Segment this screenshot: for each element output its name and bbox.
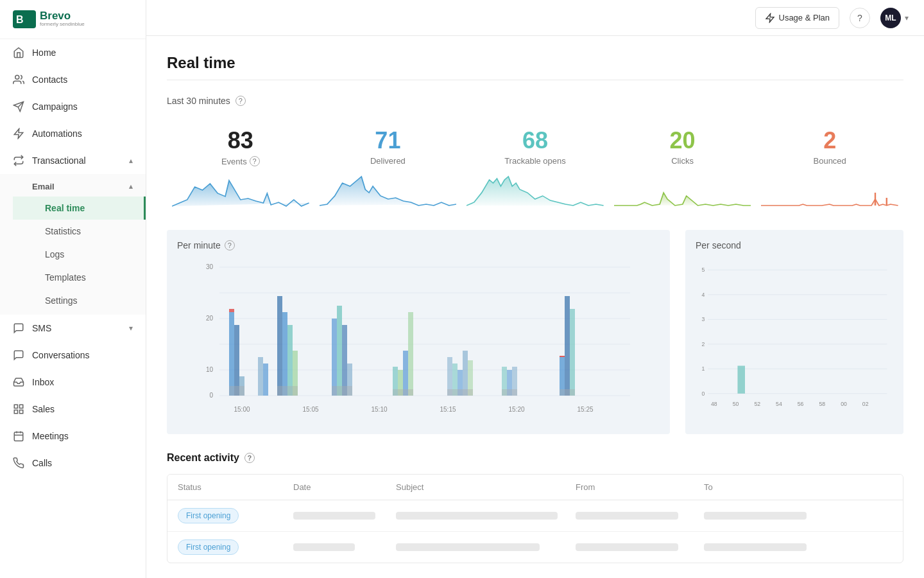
per-minute-help-icon[interactable]: ? xyxy=(225,240,235,250)
row-1-from xyxy=(576,512,704,520)
per-second-title: Per second xyxy=(696,240,893,250)
skeleton-subject-2 xyxy=(396,543,540,551)
svg-rect-38 xyxy=(337,306,342,396)
svg-rect-60 xyxy=(393,389,413,396)
svg-rect-62 xyxy=(502,389,517,396)
sidebar-item-sales[interactable]: Sales xyxy=(0,396,146,423)
svg-text:2: 2 xyxy=(702,341,705,347)
bounced-label: Bounced xyxy=(814,156,846,166)
row-1-subject xyxy=(396,512,576,520)
sidebar-label-transactional: Transactional xyxy=(32,155,86,166)
sidebar-item-sms[interactable]: SMS ▾ xyxy=(0,315,146,342)
svg-text:48: 48 xyxy=(711,401,717,407)
svg-text:00: 00 xyxy=(841,401,847,407)
table-row: First opening xyxy=(167,500,903,532)
svg-rect-59 xyxy=(332,386,352,396)
bounced-value: 2 xyxy=(823,129,836,152)
svg-rect-28 xyxy=(234,325,239,396)
skeleton-subject-1 xyxy=(396,512,558,520)
svg-text:30: 30 xyxy=(206,263,214,270)
svg-rect-27 xyxy=(229,312,234,396)
sidebar-item-templates[interactable]: Templates xyxy=(13,266,146,289)
sidebar-item-meetings[interactable]: Meetings xyxy=(0,423,146,450)
trackable-opens-label: Trackable opens xyxy=(504,156,566,166)
page-divider xyxy=(167,80,903,80)
table-header: Status Date Subject From To xyxy=(167,475,903,500)
recent-activity-help-icon[interactable]: ? xyxy=(244,453,255,463)
stat-delivered: 71 Delivered xyxy=(314,119,462,209)
page-title: Real time xyxy=(167,54,903,72)
avatar-chevron-icon: ▾ xyxy=(905,13,909,22)
lightning-icon xyxy=(765,13,775,23)
svg-rect-32 xyxy=(263,363,268,396)
last-minutes-help-icon[interactable]: ? xyxy=(235,96,246,106)
sidebar-item-inbox[interactable]: Inbox xyxy=(0,369,146,396)
stats-row: 83 Events ? 71 Delivered xyxy=(167,119,903,209)
sidebar-item-campaigns[interactable]: Campaigns xyxy=(0,93,146,120)
sidebar-label-sales: Sales xyxy=(32,404,55,414)
trackable-opens-value: 68 xyxy=(522,129,548,152)
conversations-icon xyxy=(13,349,24,361)
sidebar-item-contacts[interactable]: Contacts xyxy=(0,66,146,93)
svg-text:0: 0 xyxy=(209,392,213,399)
sidebar-label-calls: Calls xyxy=(32,458,52,468)
usage-plan-button[interactable]: Usage & Plan xyxy=(755,7,840,29)
svg-rect-82 xyxy=(737,366,745,394)
stat-clicks: 20 Clicks xyxy=(609,119,757,209)
stat-bounced: 2 Bounced xyxy=(756,119,903,209)
svg-rect-63 xyxy=(560,389,575,396)
svg-rect-9 xyxy=(14,410,17,414)
skeleton-from-1 xyxy=(576,512,678,520)
last-minutes-section: Last 30 minutes ? xyxy=(167,96,903,106)
inbox-icon xyxy=(13,376,24,388)
sidebar-item-conversations[interactable]: Conversations xyxy=(0,342,146,369)
activity-table: Status Date Subject From To First openin… xyxy=(167,474,903,563)
sidebar-item-automations[interactable]: Automations xyxy=(0,120,146,147)
svg-text:0: 0 xyxy=(702,390,705,397)
email-section-header[interactable]: Email ▴ xyxy=(13,177,146,197)
delivered-label: Delivered xyxy=(370,156,406,166)
campaigns-icon xyxy=(13,101,24,112)
transactional-chevron-icon: ▴ xyxy=(129,156,133,165)
svg-rect-37 xyxy=(332,319,337,396)
sidebar-item-transactional[interactable]: Transactional ▴ xyxy=(0,147,146,174)
row-2-to xyxy=(704,543,832,551)
row-2-date xyxy=(293,543,396,551)
svg-rect-10 xyxy=(14,432,23,441)
skeleton-to-1 xyxy=(704,512,807,520)
svg-rect-7 xyxy=(20,405,23,408)
svg-rect-44 xyxy=(408,312,413,396)
svg-text:15:25: 15:25 xyxy=(577,406,593,413)
svg-text:54: 54 xyxy=(776,401,782,407)
delivered-value: 71 xyxy=(375,129,400,152)
sidebar-item-calls[interactable]: Calls xyxy=(0,450,146,477)
sales-icon xyxy=(13,403,24,415)
events-label: Events ? xyxy=(221,156,260,166)
events-value: 83 xyxy=(228,129,253,152)
avatar-button[interactable]: ML ▾ xyxy=(880,8,909,28)
row-2-from xyxy=(576,543,704,551)
sms-chevron-icon: ▾ xyxy=(129,324,133,333)
per-second-svg: 5 4 3 2 1 0 48 50 52 54 56 58 00 02 xyxy=(696,261,893,421)
sidebar: B Brevo formerly sendinblue Home Contact… xyxy=(0,0,146,578)
sidebar-item-settings[interactable]: Settings xyxy=(13,289,146,312)
calls-icon xyxy=(13,457,24,469)
help-button[interactable]: ? xyxy=(850,8,870,28)
sidebar-item-home[interactable]: Home xyxy=(0,39,146,66)
col-subject: Subject xyxy=(396,482,576,492)
sidebar-label-settings: Settings xyxy=(45,295,78,306)
svg-text:15:20: 15:20 xyxy=(508,406,524,413)
sidebar-item-statistics[interactable]: Statistics xyxy=(13,220,146,243)
contacts-icon xyxy=(13,74,24,85)
skeleton-date-1 xyxy=(293,512,375,520)
events-help-icon[interactable]: ? xyxy=(250,156,260,166)
sidebar-item-logs[interactable]: Logs xyxy=(13,243,146,266)
sidebar-item-real-time[interactable]: Real time xyxy=(13,197,146,220)
main-content: Usage & Plan ? ML ▾ Real time Last 30 mi… xyxy=(146,0,924,578)
sidebar-label-inbox: Inbox xyxy=(32,377,54,387)
bounced-chart xyxy=(761,173,898,209)
sidebar-label-automations: Automations xyxy=(32,128,82,139)
page-content: Real time Last 30 minutes ? 83 Events ? xyxy=(146,36,924,578)
delivered-chart xyxy=(320,173,457,209)
svg-rect-33 xyxy=(277,296,282,396)
